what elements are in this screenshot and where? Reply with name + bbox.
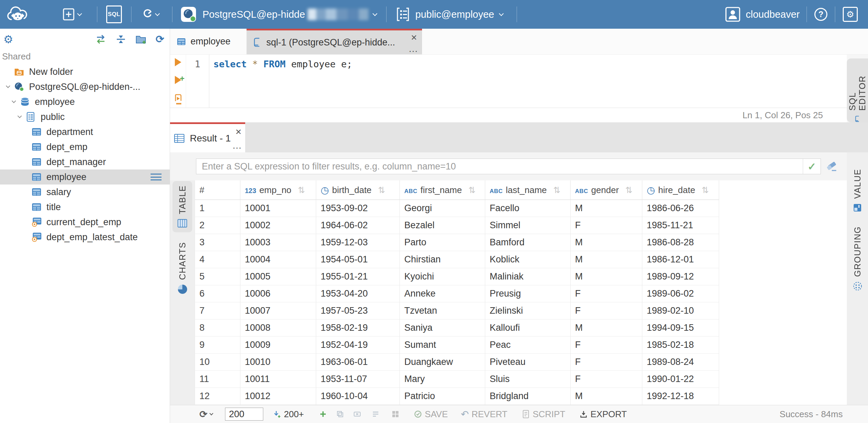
cell-last-name[interactable]: Koblick: [485, 251, 571, 268]
table-row[interactable]: 4 10004 1954-05-01 Chirstian Koblick M 1…: [195, 251, 719, 268]
delete-row-button[interactable]: [353, 410, 361, 418]
sort-icon[interactable]: [625, 185, 632, 195]
cell-hire-date[interactable]: 1989-02-10: [642, 302, 719, 319]
cell-rownum[interactable]: 1: [195, 200, 240, 217]
tab-charts-view[interactable]: CHARTS: [178, 240, 187, 305]
sort-icon[interactable]: [378, 185, 385, 195]
cell-hire-date[interactable]: 1986-06-26: [642, 200, 719, 217]
cell-rownum[interactable]: 11: [195, 371, 240, 388]
new-object-button[interactable]: [63, 8, 81, 21]
tree-item[interactable]: department: [0, 124, 170, 139]
refresh-result-button[interactable]: [199, 409, 213, 420]
cell-emp-no[interactable]: 10005: [240, 268, 316, 285]
column-header[interactable]: #: [195, 180, 240, 200]
cell-gender[interactable]: F: [571, 302, 642, 319]
grid-view-button[interactable]: [391, 410, 400, 418]
tree-expand-chevron[interactable]: [19, 161, 31, 163]
tree-expand-chevron[interactable]: [14, 116, 25, 118]
code-area[interactable]: select * FROM employee e;: [209, 55, 847, 108]
tab-table-view[interactable]: TABLE: [172, 181, 192, 232]
cell-first-name[interactable]: Tzvetan: [400, 302, 485, 319]
table-row[interactable]: 8 10008 1958-02-19 Saniya Kalloufi M 199…: [195, 319, 719, 337]
cell-first-name[interactable]: Kyoichi: [400, 268, 485, 285]
fetch-size-input[interactable]: [225, 408, 263, 421]
cell-rownum[interactable]: 5: [195, 268, 240, 285]
cell-rownum[interactable]: 3: [195, 234, 240, 251]
cell-first-name[interactable]: Mary: [400, 371, 485, 388]
tree-expand-chevron[interactable]: [19, 206, 31, 208]
cell-emp-no[interactable]: 10001: [240, 200, 316, 217]
tree-item[interactable]: title: [0, 200, 170, 215]
collapse-all-button[interactable]: [115, 34, 126, 44]
cell-rownum[interactable]: 6: [195, 285, 240, 302]
cell-gender[interactable]: M: [571, 234, 642, 251]
cell-emp-no[interactable]: 10012: [240, 388, 316, 405]
cell-birth-date[interactable]: 1957-05-23: [316, 302, 400, 319]
column-header[interactable]: gender: [571, 180, 642, 200]
cell-hire-date[interactable]: 1986-12-01: [642, 251, 719, 268]
table-row[interactable]: 6 10006 1953-04-20 Anneke Preusig F 1989…: [195, 285, 719, 302]
tree-expand-chevron[interactable]: [8, 101, 19, 103]
table-row[interactable]: 7 10007 1957-05-23 Tzvetan Zielinski F 1…: [195, 302, 719, 319]
open-sql-editor-button[interactable]: SQL: [106, 5, 122, 23]
sort-icon[interactable]: [702, 185, 709, 195]
cell-last-name[interactable]: Bamford: [485, 234, 571, 251]
tab-result-1[interactable]: Result - 1: [170, 122, 245, 152]
cell-rownum[interactable]: 8: [195, 319, 240, 337]
cell-gender[interactable]: M: [571, 200, 642, 217]
tab-grouping-panel[interactable]: GROUPING: [853, 226, 863, 291]
cell-birth-date[interactable]: 1960-10-04: [316, 388, 400, 405]
cell-hire-date[interactable]: 1989-06-02: [642, 285, 719, 302]
cell-emp-no[interactable]: 10009: [240, 337, 316, 354]
edit-menu-button[interactable]: [372, 410, 380, 418]
cell-emp-no[interactable]: 10002: [240, 217, 316, 234]
tree-item[interactable]: dept_manager: [0, 154, 170, 169]
row-menu-icon[interactable]: [151, 174, 162, 180]
table-row[interactable]: 12 10012 1960-10-04 Patricio Bridgland M…: [195, 388, 719, 405]
cell-birth-date[interactable]: 1964-06-02: [316, 217, 400, 234]
table-row[interactable]: 11 10011 1953-11-07 Mary Sluis F 1990-01…: [195, 371, 719, 388]
table-row[interactable]: 1 10001 1953-09-02 Georgi Facello M 1986…: [195, 200, 719, 217]
clear-filter-button[interactable]: [826, 161, 837, 172]
cell-birth-date[interactable]: 1959-12-03: [316, 234, 400, 251]
tree-expand-chevron[interactable]: [2, 86, 14, 87]
cell-rownum[interactable]: 9: [195, 337, 240, 354]
column-header[interactable]: last_name: [485, 180, 571, 200]
cell-birth-date[interactable]: 1954-05-01: [316, 251, 400, 268]
tree-item[interactable]: employee: [0, 169, 170, 185]
cell-hire-date[interactable]: 1992-12-18: [642, 388, 719, 405]
settings-button[interactable]: [843, 7, 858, 22]
column-header[interactable]: emp_no: [240, 180, 316, 200]
cell-birth-date[interactable]: 1955-01-21: [316, 268, 400, 285]
cell-birth-date[interactable]: 1953-04-20: [316, 285, 400, 302]
add-row-button[interactable]: [319, 410, 327, 418]
cell-hire-date[interactable]: 1986-08-28: [642, 234, 719, 251]
fetch-page-button[interactable]: 200+: [273, 409, 304, 420]
cell-first-name[interactable]: Bezalel: [400, 217, 485, 234]
cell-emp-no[interactable]: 10011: [240, 371, 316, 388]
tree-expand-chevron[interactable]: [2, 71, 14, 72]
cell-last-name[interactable]: Kalloufi: [485, 319, 571, 337]
cell-first-name[interactable]: Patricio: [400, 388, 485, 405]
cell-rownum[interactable]: 10: [195, 354, 240, 371]
save-button[interactable]: SAVE: [414, 409, 448, 420]
script-button[interactable]: SCRIPT: [522, 409, 565, 420]
cell-gender[interactable]: F: [571, 371, 642, 388]
new-folder-button[interactable]: [135, 34, 147, 44]
cell-hire-date[interactable]: 1989-09-12: [642, 268, 719, 285]
cell-hire-date[interactable]: 1989-08-24: [642, 354, 719, 371]
cell-rownum[interactable]: 7: [195, 302, 240, 319]
tab-sql-editor[interactable]: sql-1 (PostgreSQL@ep-hidde...: [247, 29, 422, 54]
tab-employee[interactable]: employee: [170, 29, 247, 54]
tree-expand-chevron[interactable]: [19, 221, 31, 223]
tree-item[interactable]: employee: [0, 94, 170, 109]
sort-icon[interactable]: [298, 185, 305, 195]
cell-first-name[interactable]: Duangkaew: [400, 354, 485, 371]
apply-filter-button[interactable]: [803, 159, 821, 174]
cell-gender[interactable]: M: [571, 251, 642, 268]
cell-emp-no[interactable]: 10004: [240, 251, 316, 268]
cell-emp-no[interactable]: 10006: [240, 285, 316, 302]
tree-item[interactable]: dept_emp_latest_date: [0, 230, 170, 245]
tree-expand-chevron[interactable]: [19, 191, 31, 193]
tree-expand-chevron[interactable]: [19, 131, 31, 133]
